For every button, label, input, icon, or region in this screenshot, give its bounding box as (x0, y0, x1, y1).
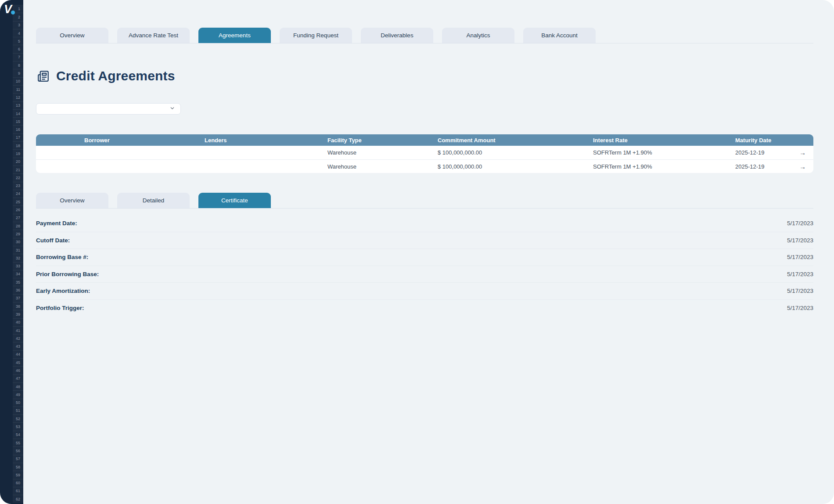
agreement-select[interactable] (36, 103, 181, 115)
tab-funding-request[interactable]: Funding Request (280, 28, 352, 43)
tab-agreements[interactable]: Agreements (198, 28, 271, 43)
line-number: 47 (13, 374, 23, 382)
certificate-row-label: Early Amortization: (36, 288, 90, 294)
line-number: 58 (13, 463, 23, 471)
line-number: 39 (13, 310, 23, 318)
line-number: 48 (13, 382, 23, 390)
line-number: 9 (13, 69, 23, 77)
cell-commitment-amount: $ 100,000,000.00 (438, 163, 593, 170)
line-number: 29 (13, 230, 23, 238)
line-number: 15 (13, 117, 23, 125)
tab-analytics[interactable]: Analytics (442, 28, 514, 43)
newspaper-icon (37, 70, 49, 82)
line-number: 57 (13, 455, 23, 463)
line-number-gutter: 1 2 3 4 5 6 7 8 9 10 11 12 (13, 5, 23, 503)
certificate-row: Borrowing Base #: 5/17/2023 (36, 249, 813, 266)
main-content: Overview Advance Rate Test Agreements Fu… (23, 0, 834, 504)
tab-overview[interactable]: Overview (36, 28, 108, 43)
line-number: 59 (13, 471, 23, 479)
cell-facility-type: Warehouse (327, 149, 438, 156)
table-row[interactable]: Warehouse $ 100,000,000.00 SOFRTerm 1M +… (36, 159, 813, 173)
certificate-row-value: 5/17/2023 (787, 220, 813, 227)
certificate-row: Portfolio Trigger: 5/17/2023 (36, 300, 813, 317)
subtab-overview[interactable]: Overview (36, 193, 108, 208)
agreements-table-body: Warehouse $ 100,000,000.00 SOFRTerm 1M +… (36, 146, 813, 173)
line-number: 51 (13, 407, 23, 414)
subtab-certificate[interactable]: Certificate (198, 193, 271, 208)
certificate-row: Payment Date: 5/17/2023 (36, 215, 813, 232)
cell-interest-rate: SOFRTerm 1M +1.90% (593, 149, 735, 156)
line-number: 32 (13, 254, 23, 262)
col-borrower: Borrower (84, 137, 205, 144)
line-number: 40 (13, 318, 23, 326)
subtab-detailed[interactable]: Detailed (117, 193, 190, 208)
logo-letter: V (4, 4, 11, 15)
line-number: 38 (13, 302, 23, 310)
line-number: 25 (13, 198, 23, 205)
certificate-row: Early Amortization: 5/17/2023 (36, 283, 813, 300)
tab-bank-account[interactable]: Bank Account (523, 28, 596, 43)
line-number: 44 (13, 350, 23, 358)
certificate-row-label: Borrowing Base #: (36, 254, 88, 260)
line-number: 26 (13, 205, 23, 213)
line-number: 6 (13, 45, 23, 53)
line-number: 56 (13, 446, 23, 454)
primary-tabbar: Overview Advance Rate Test Agreements Fu… (36, 28, 813, 43)
line-number: 50 (13, 399, 23, 407)
app-window: V 1 2 3 4 5 6 7 8 9 10 (0, 0, 834, 504)
line-number: 7 (13, 53, 23, 61)
tab-deliverables[interactable]: Deliverables (361, 28, 433, 43)
line-number: 22 (13, 173, 23, 181)
line-number: 19 (13, 149, 23, 157)
certificate-row-label: Payment Date: (36, 220, 77, 227)
cell-maturity-date: 2025-12-19 (735, 163, 799, 170)
line-number: 35 (13, 278, 23, 286)
agreements-table-header: Borrower Lenders Facility Type Commitmen… (36, 134, 813, 146)
arrow-right-icon[interactable]: → (799, 163, 806, 170)
line-number: 11 (13, 85, 23, 93)
certificate-row-value: 5/17/2023 (787, 305, 813, 311)
line-number: 43 (13, 342, 23, 350)
secondary-tabbar: Overview Detailed Certificate (36, 193, 813, 209)
certificate-row: Prior Borrowing Base: 5/17/2023 (36, 266, 813, 283)
arrow-right-icon[interactable]: → (799, 149, 806, 156)
line-number: 53 (13, 422, 23, 430)
page-title-row: Credit Agreements (37, 68, 813, 83)
certificate-row-value: 5/17/2023 (787, 237, 813, 244)
line-number: 45 (13, 358, 23, 366)
line-number: 24 (13, 190, 23, 198)
line-number: 27 (13, 214, 23, 222)
sidebar: V 1 2 3 4 5 6 7 8 9 10 (0, 0, 23, 504)
line-number: 13 (13, 101, 23, 109)
line-number: 62 (13, 495, 23, 503)
line-number: 8 (13, 61, 23, 69)
line-number: 5 (13, 37, 23, 45)
line-number: 54 (13, 431, 23, 439)
col-commitment-amount: Commitment Amount (438, 137, 593, 144)
line-number: 18 (13, 141, 23, 149)
line-number: 4 (13, 29, 23, 37)
line-number: 41 (13, 326, 23, 334)
line-number: 36 (13, 286, 23, 294)
tab-advance-rate-test[interactable]: Advance Rate Test (117, 28, 190, 43)
line-number: 37 (13, 294, 23, 302)
certificate-row-label: Prior Borrowing Base: (36, 271, 99, 277)
table-row[interactable]: Warehouse $ 100,000,000.00 SOFRTerm 1M +… (36, 146, 813, 159)
line-number: 10 (13, 77, 23, 85)
agreements-table: Borrower Lenders Facility Type Commitmen… (36, 134, 813, 173)
certificate-row-value: 5/17/2023 (787, 288, 813, 294)
line-number: 16 (13, 125, 23, 133)
chevron-down-icon (169, 105, 175, 113)
line-number: 42 (13, 334, 23, 342)
line-number: 46 (13, 366, 23, 374)
line-number: 52 (13, 414, 23, 422)
certificate-row: Cutoff Date: 5/17/2023 (36, 232, 813, 249)
line-number: 12 (13, 93, 23, 101)
cell-interest-rate: SOFRTerm 1M +1.90% (593, 163, 735, 170)
line-number: 1 (13, 5, 23, 13)
line-number: 21 (13, 166, 23, 173)
line-number: 34 (13, 270, 23, 278)
col-lenders: Lenders (205, 137, 327, 144)
line-number: 55 (13, 439, 23, 446)
line-number: 14 (13, 109, 23, 117)
